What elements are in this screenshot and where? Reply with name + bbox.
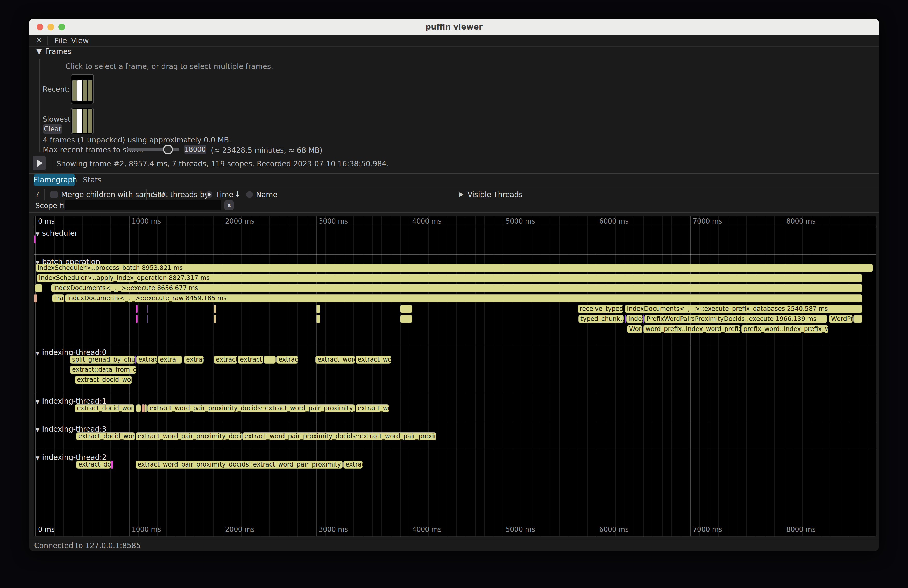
section-separator — [34, 393, 876, 393]
time-axis-tick: 8000 ms — [786, 217, 816, 225]
frame-bar[interactable] — [88, 80, 92, 101]
scope-bar-small[interactable] — [316, 315, 320, 323]
frame-bar[interactable] — [72, 80, 77, 101]
radio-selected-dot — [208, 193, 211, 196]
clear-frames-button[interactable]: Clear — [43, 124, 62, 134]
scope-bar[interactable]: extract_word — [316, 356, 355, 364]
scope-bar[interactable]: receive_typed_ — [578, 305, 623, 313]
sort-time-radio[interactable] — [206, 191, 213, 198]
scope-bar[interactable]: typed_chunk::w — [578, 315, 624, 323]
scope-bar-small[interactable] — [145, 404, 147, 412]
max-frames-value[interactable]: 18000 — [184, 145, 206, 154]
scope-bar[interactable]: extract_wo — [356, 356, 391, 364]
title-bar: puffin viewer — [29, 19, 879, 35]
scope-bar-small[interactable] — [214, 305, 216, 313]
scope-bar[interactable]: extra — [158, 356, 182, 364]
scope-bar-small[interactable] — [625, 315, 626, 323]
scope-bar[interactable]: extract_docid_word — [75, 376, 132, 384]
sort-name-radio[interactable] — [246, 191, 253, 198]
scope-bar-small[interactable] — [147, 305, 148, 313]
scope-bar[interactable]: extract_word_pair_proximity_docids::extr… — [242, 432, 436, 440]
scope-bar-small[interactable] — [264, 356, 276, 364]
max-frames-slider-knob[interactable] — [163, 145, 173, 154]
scope-bar[interactable]: IndexDocuments<_, _>::execute_raw 8459.1… — [65, 294, 862, 302]
scope-bar[interactable]: extract_docid_word — [76, 432, 135, 440]
frame-bar[interactable] — [77, 109, 82, 133]
theme-sun-icon[interactable]: ✳ — [36, 36, 42, 45]
scope-bar-small[interactable] — [34, 235, 35, 244]
scope-bar-small[interactable] — [35, 284, 42, 292]
sort-name-label[interactable]: Name — [256, 190, 277, 199]
scope-bar[interactable]: extrac — [343, 461, 362, 469]
slowest-frames-thumbnail[interactable] — [71, 108, 94, 134]
scope-filter-input[interactable] — [65, 200, 221, 210]
scope-bar-small[interactable] — [400, 315, 412, 323]
scope-bar-small[interactable] — [214, 315, 216, 323]
scope-bar[interactable]: Trans — [52, 294, 64, 302]
scope-bar-small[interactable] — [643, 315, 644, 323]
time-axis-tick: 5000 ms — [506, 525, 535, 533]
scope-bar[interactable]: IndexScheduler>::apply_index_operation 8… — [37, 274, 862, 282]
scope-bar[interactable]: IndexDocuments<_, _>::execute_prefix_dat… — [625, 305, 862, 313]
scope-bar[interactable]: IndexScheduler>::process_batch 8953.821 … — [35, 264, 873, 272]
tab-stats[interactable]: Stats — [80, 174, 105, 186]
clear-filter-button[interactable]: x — [224, 201, 234, 210]
sort-time-label[interactable]: Time — [216, 190, 233, 199]
slowest-label: Slowest: — [42, 115, 73, 124]
scope-bar-small[interactable] — [853, 315, 862, 323]
scope-bar[interactable]: extract_ — [238, 356, 263, 364]
scope-bar-small[interactable] — [142, 404, 145, 412]
time-axis-tick: 4000 ms — [412, 217, 441, 225]
play-button[interactable] — [33, 156, 46, 170]
help-button[interactable]: ? — [35, 190, 39, 199]
merge-children-checkbox[interactable] — [50, 191, 58, 198]
scope-bar-small[interactable] — [136, 305, 138, 313]
scope-bar[interactable]: extract::data_from_ob — [70, 366, 136, 374]
frame-bar[interactable] — [83, 109, 87, 133]
scope-bar[interactable]: PrefixWordPairsProximityDocids::execute … — [644, 315, 827, 323]
frame-bar[interactable] — [83, 80, 87, 101]
scope-bar-small[interactable] — [136, 404, 141, 412]
chevron-right-icon[interactable]: ▶ — [459, 191, 464, 198]
scope-bar-small[interactable] — [34, 294, 37, 302]
scope-bar[interactable]: extract_word_pair_proximity_docids::extr… — [135, 461, 343, 469]
scope-bar[interactable]: WordPr — [829, 315, 853, 323]
frame-bar[interactable] — [77, 80, 82, 101]
flamegraph-canvas[interactable]: 0 ms1000 ms2000 ms3000 ms4000 ms5000 ms6… — [34, 215, 876, 537]
scope-bar[interactable]: Word — [627, 325, 642, 333]
scope-bar-small[interactable] — [400, 305, 412, 313]
window-title: puffin viewer — [29, 19, 879, 35]
menu-file[interactable]: File — [55, 36, 67, 45]
thread-label-scheduler[interactable]: ▼scheduler — [35, 229, 77, 238]
frames-header[interactable]: Frames — [45, 47, 71, 56]
scope-bar-small[interactable] — [135, 356, 136, 364]
scope-bar[interactable]: extract_doc — [76, 461, 111, 469]
scope-bar[interactable]: extract_word_pair_proximity_docids::extr… — [147, 404, 355, 412]
frame-bar[interactable] — [88, 109, 92, 133]
scope-bar[interactable]: index — [626, 315, 642, 323]
controls-divider — [44, 189, 45, 201]
scope-bar[interactable]: extrac — [184, 356, 204, 364]
scope-bar[interactable]: prefix_word::index_prefix_wo — [741, 325, 828, 333]
scope-bar[interactable]: extract — [277, 356, 298, 364]
recent-label: Recent: — [42, 85, 70, 93]
frame-bar[interactable] — [72, 109, 77, 133]
menu-view[interactable]: View — [71, 36, 89, 45]
scope-bar[interactable]: split_grenad_by_chun — [70, 356, 135, 364]
scope-bar[interactable]: extract — [136, 356, 157, 364]
scope-bar[interactable]: extract_ — [214, 356, 237, 364]
scope-bar[interactable]: extract_word_pair_proximity_docids — [135, 432, 242, 440]
scope-bar-small[interactable] — [111, 461, 113, 469]
scope-bar[interactable]: extract_wo — [356, 404, 389, 412]
scope-bar-small[interactable] — [136, 315, 138, 323]
frames-collapse-icon[interactable]: ▼ — [36, 47, 42, 56]
scope-bar[interactable]: IndexDocuments<_, _>::execute 8656.677 m… — [51, 284, 862, 292]
scope-bar[interactable]: extract_docid_word — [75, 404, 135, 412]
recent-frames-thumbnail[interactable] — [71, 74, 94, 104]
visible-threads-header[interactable]: Visible Threads — [467, 190, 523, 199]
scope-bar[interactable]: word_prefix::index_word_prefix_ — [644, 325, 741, 333]
tab-flamegraph[interactable]: Flamegraph — [34, 174, 75, 186]
scope-bar-small[interactable] — [147, 315, 148, 323]
section-separator — [34, 421, 876, 421]
scope-bar-small[interactable] — [316, 305, 320, 313]
